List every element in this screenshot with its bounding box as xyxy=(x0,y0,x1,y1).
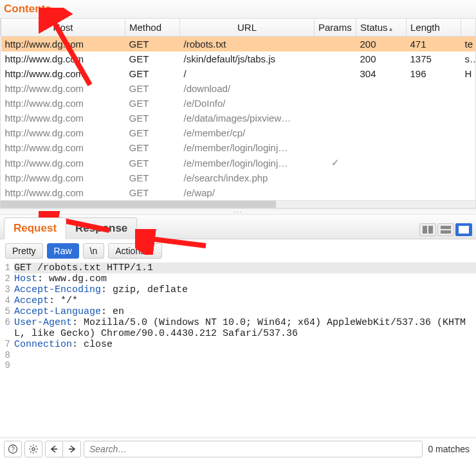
line-number: 6 xyxy=(0,317,14,339)
newline-button[interactable]: \n xyxy=(83,243,105,259)
col-method[interactable]: Method xyxy=(125,19,180,37)
cell-length xyxy=(407,125,461,140)
requests-table-container: Host Method URL Params Status▴ Length ht… xyxy=(0,19,476,208)
line-number: 7 xyxy=(0,339,14,350)
line-code: GET /robots.txt HTTP/1.1 xyxy=(14,262,476,273)
cell-method: GET xyxy=(125,155,180,170)
table-row[interactable]: http://www.dg.comGET/robots.txt200471te xyxy=(1,37,477,52)
table-row[interactable]: http://www.dg.comGET/skin/default/js/tab… xyxy=(1,51,477,66)
cell-host: http://www.dg.com xyxy=(1,66,125,81)
editor-line: 3Accept-Encoding: gzip, deflate xyxy=(0,284,476,295)
layout-single-icon[interactable] xyxy=(455,223,472,236)
table-row[interactable]: http://www.dg.comGET/e/member/cp/ xyxy=(1,125,477,140)
line-code: Host: www.dg.com xyxy=(14,273,476,284)
cell-length xyxy=(407,140,461,155)
cell-host: http://www.dg.com xyxy=(1,185,125,200)
editor-line: 5Accept-Language: en xyxy=(0,306,476,317)
help-icon[interactable]: ? xyxy=(4,441,22,457)
cell-status: 200 xyxy=(356,37,407,52)
cell-params: ✓ xyxy=(315,155,356,170)
requests-table[interactable]: Host Method URL Params Status▴ Length ht… xyxy=(1,19,476,200)
cell-url: /e/data/images/pixview… xyxy=(180,111,315,125)
svg-line-13 xyxy=(35,451,37,452)
editor-line: 7Connection: close xyxy=(0,339,476,350)
table-row[interactable]: http://www.dg.comGET/e/DoInfo/ xyxy=(1,96,477,111)
back-button[interactable] xyxy=(45,441,63,457)
cell-method: GET xyxy=(125,140,180,155)
line-number: 3 xyxy=(0,284,14,295)
layout-stacked-icon[interactable] xyxy=(437,223,454,236)
cell-params xyxy=(315,37,356,52)
gear-icon[interactable] xyxy=(24,441,42,457)
scrollbar-thumb[interactable] xyxy=(1,201,276,208)
cell-params xyxy=(315,51,356,66)
cell-extra xyxy=(461,81,477,96)
table-row[interactable]: http://www.dg.comGET/e/member/login/logi… xyxy=(1,155,477,170)
table-row[interactable]: http://www.dg.comGET/download/ xyxy=(1,81,477,96)
actions-button[interactable]: Actions⌄ xyxy=(108,243,162,259)
layout-toggle-group xyxy=(419,223,472,239)
actions-label: Actions xyxy=(115,246,145,256)
col-params[interactable]: Params xyxy=(315,19,356,37)
line-number: 8 xyxy=(0,350,14,360)
cell-extra xyxy=(461,185,477,200)
col-status[interactable]: Status▴ xyxy=(356,19,407,37)
svg-rect-4 xyxy=(459,226,469,234)
svg-rect-3 xyxy=(441,230,451,234)
layout-side-by-side-icon[interactable] xyxy=(419,223,436,236)
cell-url: /e/wap/ xyxy=(180,185,315,200)
table-row[interactable]: http://www.dg.comGET/304196H xyxy=(1,66,477,81)
cell-host: http://www.dg.com xyxy=(1,125,125,140)
line-number: 5 xyxy=(0,306,14,317)
horizontal-scrollbar[interactable] xyxy=(1,200,475,208)
col-url[interactable]: URL xyxy=(180,19,315,37)
raw-button[interactable]: Raw xyxy=(47,243,79,259)
detail-tab-bar: Request Response xyxy=(0,215,476,239)
table-row[interactable]: http://www.dg.comGET/e/data/images/pixvi… xyxy=(1,111,477,125)
tab-response[interactable]: Response xyxy=(66,217,137,239)
cell-status xyxy=(356,155,407,170)
editor-line: 4Accept: */* xyxy=(0,295,476,306)
pane-splitter[interactable]: ··· xyxy=(0,208,476,215)
cell-extra xyxy=(461,96,477,111)
svg-text:?: ? xyxy=(11,446,15,453)
cell-url: /skin/default/js/tabs.js xyxy=(180,51,315,66)
cell-status xyxy=(356,96,407,111)
cell-url: /e/DoInfo/ xyxy=(180,96,315,111)
cell-host: http://www.dg.com xyxy=(1,155,125,170)
table-row[interactable]: http://www.dg.comGET/e/wap/ xyxy=(1,185,477,200)
search-input[interactable] xyxy=(84,441,423,457)
table-row[interactable]: http://www.dg.comGET/e/member/login/logi… xyxy=(1,140,477,155)
forward-button[interactable] xyxy=(63,441,81,457)
line-code xyxy=(14,360,476,371)
cell-host: http://www.dg.com xyxy=(1,96,125,111)
line-code: Accept: */* xyxy=(14,295,476,306)
cell-url: /e/member/login/loginj… xyxy=(180,140,315,155)
col-extra[interactable] xyxy=(461,19,477,37)
cell-status: 304 xyxy=(356,66,407,81)
col-length[interactable]: Length xyxy=(407,19,461,37)
cell-extra: H xyxy=(461,66,477,81)
cell-method: GET xyxy=(125,37,180,52)
line-code: User-Agent: Mozilla/5.0 (Windows NT 10.0… xyxy=(14,317,476,339)
cell-length: 1375 xyxy=(407,51,461,66)
cell-params xyxy=(315,125,356,140)
nav-group xyxy=(45,441,81,457)
sort-asc-icon: ▴ xyxy=(389,25,392,32)
cell-extra: sc xyxy=(461,51,477,66)
cell-host: http://www.dg.com xyxy=(1,140,125,155)
table-row[interactable]: http://www.dg.comGET/e/search/index.php xyxy=(1,170,477,185)
request-editor[interactable]: 1GET /robots.txt HTTP/1.12Host: www.dg.c… xyxy=(0,262,476,371)
cell-params xyxy=(315,66,356,81)
col-params-label: Params xyxy=(318,22,352,33)
col-host[interactable]: Host xyxy=(1,19,125,37)
pretty-button[interactable]: Pretty xyxy=(5,243,43,259)
cell-host: http://www.dg.com xyxy=(1,51,125,66)
cell-extra xyxy=(461,170,477,185)
cell-host: http://www.dg.com xyxy=(1,81,125,96)
tab-request[interactable]: Request xyxy=(4,217,66,239)
svg-rect-2 xyxy=(441,226,451,229)
cell-length xyxy=(407,81,461,96)
line-code xyxy=(14,350,476,360)
line-code: Accept-Language: en xyxy=(14,306,476,317)
